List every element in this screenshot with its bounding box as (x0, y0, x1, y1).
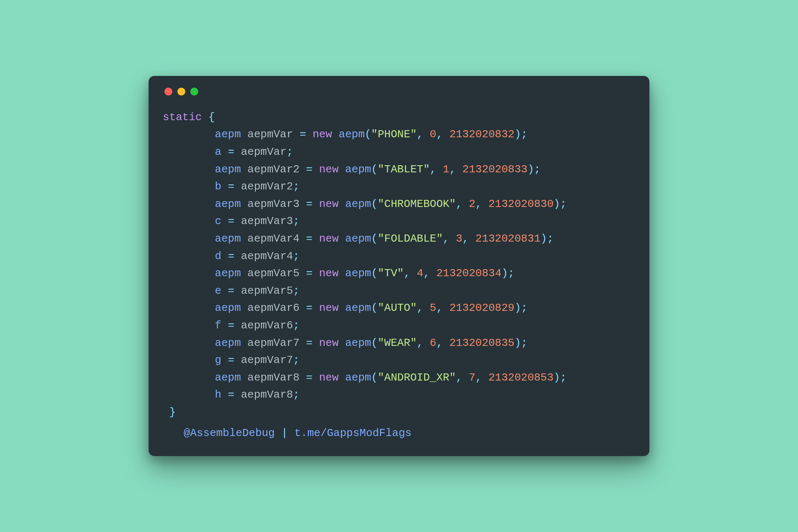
keyword-static: static (163, 111, 202, 124)
credit-separator: | (275, 427, 294, 439)
credit-handle: @AssembleDebug (184, 427, 275, 439)
window-controls (164, 88, 635, 96)
code-window: static { aepm aepmVar = new aepm("PHONE"… (149, 76, 649, 456)
minimize-icon[interactable] (177, 88, 185, 96)
zoom-icon[interactable] (190, 88, 198, 96)
close-icon[interactable] (164, 88, 172, 96)
credit-link: t.me/GappsModFlags (294, 427, 412, 439)
code-block: static { aepm aepmVar = new aepm("PHONE"… (163, 109, 635, 421)
credit-line: @AssembleDebug | t.me/GappsModFlags (163, 425, 635, 442)
